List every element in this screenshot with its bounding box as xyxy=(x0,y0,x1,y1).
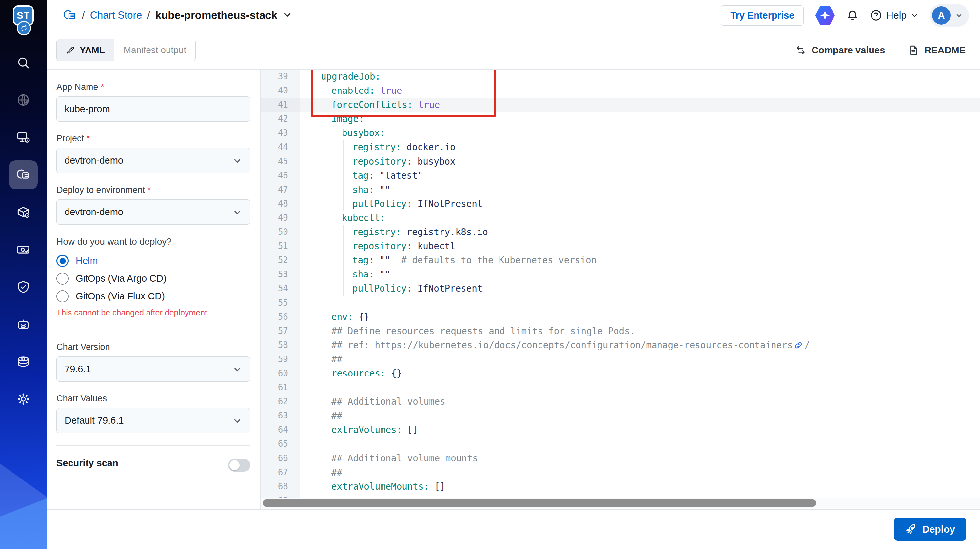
code-line[interactable]: 68extraVolumeMounts: [] xyxy=(261,479,980,493)
line-number: 49 xyxy=(261,211,300,225)
code-line[interactable]: 41forceConflicts: true xyxy=(261,98,980,112)
sidebar-item-settings[interactable] xyxy=(5,380,42,418)
code-line[interactable]: 51repository: kubectl xyxy=(261,239,980,253)
notifications-bell-icon[interactable] xyxy=(846,9,859,22)
tab-yaml-label: YAML xyxy=(80,45,105,56)
code-line[interactable]: 62## Additional volumes xyxy=(261,394,980,409)
code-line[interactable]: 42image: xyxy=(261,112,980,126)
code-line[interactable]: 44registry: docker.io xyxy=(261,140,980,154)
code-line[interactable]: 40enabled: true xyxy=(261,84,980,98)
yaml-key: extraVolumes: xyxy=(331,425,402,435)
code-line[interactable]: 50registry: registry.k8s.io xyxy=(261,225,980,239)
deploy-button-label: Deploy xyxy=(922,524,955,535)
sidebar-item-cost[interactable] xyxy=(5,231,42,268)
yaml-value: {} xyxy=(353,311,369,322)
code-line[interactable]: 49kubectl: xyxy=(261,211,980,225)
yaml-key: extraVolumeMounts: xyxy=(331,481,429,492)
sidebar-item-chart-store[interactable] xyxy=(5,156,42,193)
deploy-button[interactable]: Deploy xyxy=(894,518,966,541)
help-menu[interactable]: Help xyxy=(870,9,918,22)
packages-icon xyxy=(16,205,30,219)
indent-guide xyxy=(333,211,333,225)
code-line[interactable]: 65 xyxy=(261,437,980,451)
radio-gitops-flux-label: GitOps (Via Flux CD) xyxy=(76,291,165,302)
yaml-key: enabled: xyxy=(331,85,375,96)
yaml-value: "latest" xyxy=(374,170,423,181)
code-line[interactable]: 64extraVolumes: [] xyxy=(261,423,980,437)
sidebar-item-applications[interactable] xyxy=(5,119,42,156)
security-scan-toggle[interactable] xyxy=(228,459,250,472)
header-actions: Try Enterprise Help A xyxy=(721,4,969,27)
code-line[interactable]: 58## ref: https://kubernetes.io/docs/con… xyxy=(261,338,980,352)
sidebar-item-security[interactable] xyxy=(5,268,42,306)
line-number: 40 xyxy=(261,84,300,98)
chart-values-select[interactable]: Default 79.6.1 xyxy=(56,408,250,433)
horizontal-scrollbar[interactable] xyxy=(261,498,980,508)
line-number: 46 xyxy=(261,169,300,183)
tab-yaml[interactable]: YAML xyxy=(57,39,115,61)
scrollbar-thumb[interactable] xyxy=(262,500,816,507)
avatar: A xyxy=(932,6,950,25)
code-line[interactable]: 63## xyxy=(261,409,980,423)
app-logo[interactable]: ST xyxy=(10,5,37,37)
code-line[interactable]: 39upgradeJob: xyxy=(261,70,980,84)
indent-guide xyxy=(323,366,323,380)
code-line[interactable]: 55 xyxy=(261,296,980,310)
search-icon xyxy=(16,56,30,70)
readme-button[interactable]: README xyxy=(908,45,966,56)
tab-manifest-output[interactable]: Manifest output xyxy=(115,39,195,61)
user-menu[interactable]: A xyxy=(929,4,969,27)
yaml-value: "" xyxy=(374,184,390,195)
sidebar-item-packages[interactable] xyxy=(5,193,42,231)
breadcrumb-separator: / xyxy=(82,10,85,21)
radio-helm[interactable]: Helm xyxy=(56,255,250,267)
indent-guide xyxy=(323,338,323,352)
yaml-comment: ## Define resources requests and limits … xyxy=(331,326,635,336)
code-line[interactable]: 61 xyxy=(261,380,980,394)
link-icon[interactable] xyxy=(794,340,803,354)
sidebar-item-global-trends[interactable] xyxy=(5,81,42,119)
try-enterprise-button[interactable]: Try Enterprise xyxy=(721,5,803,26)
yaml-comment: ## xyxy=(331,354,342,364)
app-name-input[interactable] xyxy=(56,96,250,122)
compare-values-label: Compare values xyxy=(811,45,885,56)
code-line[interactable]: 43busybox: xyxy=(261,126,980,140)
project-select[interactable]: devtron-demo xyxy=(56,148,250,173)
yaml-editor[interactable]: 39upgradeJob:40enabled: true41forceConfl… xyxy=(261,70,980,509)
breadcrumb-chart-store-link[interactable]: Chart Store xyxy=(90,10,142,21)
chart-version-select[interactable]: 79.6.1 xyxy=(56,356,250,382)
tab-manifest-output-label: Manifest output xyxy=(124,45,186,56)
line-number: 47 xyxy=(261,183,300,197)
code-line[interactable]: 45repository: busybox xyxy=(261,155,980,169)
radio-gitops-argo[interactable]: GitOps (Via Argo CD) xyxy=(56,273,250,285)
code-line[interactable]: 46tag: "latest" xyxy=(261,169,980,183)
code-line[interactable]: 56env: {} xyxy=(261,310,980,324)
yaml-key: repository: xyxy=(352,241,412,251)
sidebar-item-search[interactable] xyxy=(5,44,42,81)
toggle-knob xyxy=(229,460,240,470)
code-line[interactable]: 47sha: "" xyxy=(261,183,980,197)
yaml-key: busybox: xyxy=(342,128,385,138)
sidebar-item-bot[interactable] xyxy=(5,306,42,343)
code-line[interactable]: 59## xyxy=(261,352,980,366)
code-line[interactable]: 60resources: {} xyxy=(261,366,980,380)
code-line[interactable]: 67## xyxy=(261,465,980,479)
environment-select[interactable]: devtron-demo xyxy=(56,199,250,225)
title-chevron-down-icon[interactable] xyxy=(283,10,292,21)
code-line[interactable]: 53sha: "" xyxy=(261,267,980,281)
indent-guide xyxy=(323,253,323,267)
sidebar-item-stack-manager[interactable] xyxy=(5,343,42,380)
indent-guide xyxy=(323,310,323,324)
radio-circle xyxy=(56,290,68,302)
radio-gitops-flux[interactable]: GitOps (Via Flux CD) xyxy=(56,290,250,302)
ai-sparkle-icon[interactable] xyxy=(815,5,835,26)
line-number: 63 xyxy=(261,409,300,423)
code-line[interactable]: 54pullPolicy: IfNotPresent xyxy=(261,281,980,295)
code-line[interactable]: 66## Additional volume mounts xyxy=(261,451,980,465)
compare-values-button[interactable]: Compare values xyxy=(795,45,885,56)
code-line[interactable]: 48pullPolicy: IfNotPresent xyxy=(261,197,980,211)
indent-guide xyxy=(323,380,323,394)
code-line[interactable]: 57## Define resources requests and limit… xyxy=(261,324,980,338)
radio-circle xyxy=(56,273,68,285)
code-line[interactable]: 52tag: "" # defaults to the Kubernetes v… xyxy=(261,253,980,267)
